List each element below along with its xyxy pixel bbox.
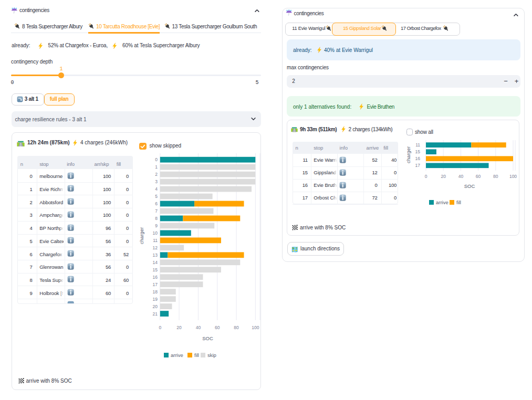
svg-text:fill: fill xyxy=(456,199,461,205)
svg-text:15: 15 xyxy=(153,267,158,272)
svg-text:80: 80 xyxy=(234,325,239,330)
svg-text:11: 11 xyxy=(153,238,158,243)
svg-text:60: 60 xyxy=(215,325,220,330)
svg-text:14: 14 xyxy=(153,260,158,265)
svg-text:fill: fill xyxy=(194,352,199,358)
svg-text:60: 60 xyxy=(476,174,481,179)
svg-text:8: 8 xyxy=(155,216,158,221)
svg-text:5: 5 xyxy=(155,194,158,199)
svg-text:6: 6 xyxy=(155,201,158,206)
svg-text:7: 7 xyxy=(155,208,158,214)
svg-text:19: 19 xyxy=(153,297,158,302)
svg-text:100: 100 xyxy=(509,174,517,179)
svg-text:17: 17 xyxy=(415,163,421,168)
svg-text:3: 3 xyxy=(155,179,158,184)
svg-text:12: 12 xyxy=(153,245,158,250)
svg-text:0: 0 xyxy=(425,174,427,179)
svg-text:17: 17 xyxy=(153,282,158,287)
svg-text:charger: charger xyxy=(405,146,411,163)
svg-text:1: 1 xyxy=(155,164,158,170)
svg-text:SOC: SOC xyxy=(464,183,475,189)
svg-text:arrive: arrive xyxy=(171,352,183,358)
svg-text:16: 16 xyxy=(153,275,158,280)
svg-text:4: 4 xyxy=(155,186,158,192)
svg-text:2: 2 xyxy=(155,172,158,177)
svg-text:20: 20 xyxy=(153,304,158,309)
svg-text:skip: skip xyxy=(207,352,216,358)
svg-text:100: 100 xyxy=(252,325,259,330)
svg-text:0: 0 xyxy=(155,157,158,162)
svg-text:20: 20 xyxy=(176,325,182,330)
svg-text:13: 13 xyxy=(153,252,158,258)
svg-text:16: 16 xyxy=(415,156,421,161)
svg-text:9: 9 xyxy=(155,223,158,228)
svg-text:80: 80 xyxy=(493,174,498,179)
svg-text:40: 40 xyxy=(196,325,201,330)
svg-text:21: 21 xyxy=(153,311,158,317)
svg-text:40: 40 xyxy=(458,174,464,179)
svg-text:18: 18 xyxy=(153,289,158,294)
svg-text:SOC: SOC xyxy=(202,335,213,341)
svg-text:11: 11 xyxy=(415,142,420,148)
svg-text:charger: charger xyxy=(139,227,144,244)
svg-text:20: 20 xyxy=(441,174,446,179)
svg-text:15: 15 xyxy=(415,149,421,154)
svg-text:10: 10 xyxy=(153,230,158,236)
svg-text:0: 0 xyxy=(159,325,161,330)
svg-text:arrive: arrive xyxy=(436,199,448,205)
